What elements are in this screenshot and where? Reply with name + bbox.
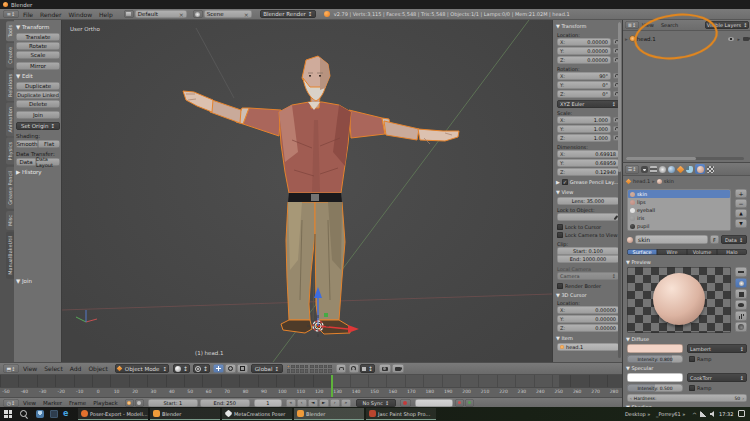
render-engine-select[interactable]: Blender Render↕ xyxy=(260,10,316,18)
tray-user-toolbar[interactable]: _Porrey61 » xyxy=(656,411,685,417)
volume-icon[interactable] xyxy=(710,411,714,417)
menu-view[interactable]: View xyxy=(23,400,36,406)
slot-down-button[interactable]: ▼ xyxy=(735,219,747,228)
action-center-icon[interactable] xyxy=(738,410,745,417)
panel-header-preview[interactable]: ▼ Preview xyxy=(626,259,651,265)
rotate-button[interactable]: Rotate xyxy=(16,42,60,50)
lock-camera-checkbox[interactable] xyxy=(557,232,563,238)
specular-shader-select[interactable]: CookTorr↕ xyxy=(687,373,747,382)
opengl-render-button[interactable] xyxy=(379,364,391,373)
selectability-cursor-icon[interactable]: ▸ xyxy=(737,36,740,42)
unlink-icon[interactable]: × xyxy=(179,11,184,18)
playhead[interactable] xyxy=(331,375,333,397)
number-field[interactable]: Z:0.00000 xyxy=(557,324,619,332)
frame-end-field[interactable]: End: 250 xyxy=(200,399,250,407)
sync-select[interactable]: No Sync↕ xyxy=(356,399,396,407)
preview-flat-button[interactable] xyxy=(735,267,747,277)
operator-panel-header[interactable]: ▼ Join xyxy=(16,278,32,284)
diffuse-intensity-slider[interactable]: Intensity: 0.800 xyxy=(627,355,683,363)
texture-tab-icon[interactable] xyxy=(707,166,714,173)
layers-widget[interactable] xyxy=(287,365,332,373)
duplicate-button[interactable]: Duplicate xyxy=(16,82,60,90)
specular-ramp-row[interactable]: Ramp xyxy=(689,385,711,391)
render-layers-tab-icon[interactable] xyxy=(650,166,657,173)
lock-origins-button[interactable] xyxy=(336,364,346,373)
timeline-ruler[interactable]: -50-40-30-20-100102030405060708090100110… xyxy=(0,387,622,397)
keying-set-field[interactable] xyxy=(415,399,453,407)
data-button[interactable]: Data xyxy=(16,158,36,166)
preview-cube-button[interactable] xyxy=(735,289,747,299)
shelf-tab-manualbakeutil[interactable]: ManualBakeUtil xyxy=(6,232,14,279)
shelf-tab-tools[interactable]: Tools xyxy=(6,21,14,41)
screen-layout-icon[interactable] xyxy=(124,10,134,18)
panel-header-transform[interactable]: ▼ Transform xyxy=(556,23,586,29)
duplicate-linked-button[interactable]: Duplicate Linked xyxy=(16,91,60,99)
render-tab-icon[interactable] xyxy=(641,166,648,173)
panel-header-diffuse[interactable]: ▼ Diffuse xyxy=(626,336,649,342)
number-field[interactable]: Z:1.000 xyxy=(557,134,611,142)
shelf-tab-grease-pencil[interactable]: Grease Pencil xyxy=(6,167,14,209)
clip-end-field[interactable]: End: 1000.000 xyxy=(557,255,619,263)
disclosure-icon[interactable]: ▸ xyxy=(625,36,628,42)
shade-smooth-button[interactable]: Smooth xyxy=(16,140,38,148)
panel-header-transform[interactable]: ▼ Transform xyxy=(16,24,49,30)
prev-keyframe-button[interactable]: ‹ xyxy=(297,399,307,407)
menu-file[interactable]: File xyxy=(23,11,33,18)
taskbar-app-button[interactable]: Blender xyxy=(150,408,220,420)
lock-camera-row[interactable]: Lock Camera to View xyxy=(557,232,618,238)
shade-flat-button[interactable]: Flat xyxy=(38,140,60,148)
manipulator-translate-button[interactable] xyxy=(213,364,224,373)
lock-to-cursor-row[interactable]: Lock to Cursor xyxy=(557,224,601,230)
tray-chevron-icon[interactable]: ^ xyxy=(692,411,697,418)
window-titlebar[interactable]: Blender xyxy=(0,0,750,9)
panel-header-item[interactable]: ▼ Item xyxy=(556,335,573,341)
panel-header-view[interactable]: ▼ View xyxy=(556,189,573,195)
render-border-checkbox[interactable] xyxy=(557,283,563,289)
outliner-scrollbar[interactable] xyxy=(626,157,744,160)
snap-element-select[interactable]: ↕ xyxy=(360,364,375,373)
pivot-point-select[interactable]: ↕ xyxy=(193,364,210,373)
delete-button[interactable]: Delete xyxy=(16,100,60,108)
transform-orientation-select[interactable]: Global↕ xyxy=(251,364,283,373)
n-panel-scrollbar[interactable] xyxy=(618,22,621,358)
next-keyframe-button[interactable]: › xyxy=(330,399,340,407)
data-layout-button[interactable]: Data Layout xyxy=(36,158,60,166)
scene-field[interactable]: Scene× xyxy=(204,10,252,18)
shelf-tab-animation[interactable]: Animation xyxy=(6,103,14,137)
menu-view[interactable]: View xyxy=(23,365,37,372)
panel-header-grease-pencil[interactable]: ▶ ✓ Grease Pencil Lay... xyxy=(556,179,618,185)
frame-start-field[interactable]: Start: 1 xyxy=(148,399,198,407)
material-tab-icon[interactable] xyxy=(695,164,705,174)
delete-key-icon[interactable] xyxy=(465,399,474,407)
number-field[interactable]: Z:0.12940 xyxy=(557,168,619,176)
remove-slot-button[interactable]: − xyxy=(735,199,747,208)
manipulator-scale-button[interactable] xyxy=(237,364,248,373)
viewport-3d[interactable]: User Ortho (1) head.1 xyxy=(62,20,552,362)
menu-select[interactable]: Select xyxy=(44,365,63,372)
menu-help[interactable]: Help xyxy=(99,11,113,18)
number-field[interactable]: Y:1.000 xyxy=(557,125,611,133)
shelf-tab-physics[interactable]: Physics xyxy=(6,138,14,165)
editor-type-icon[interactable]: ≡↕ xyxy=(3,10,19,18)
shelf-tab-create[interactable]: Create xyxy=(6,43,14,68)
network-icon[interactable] xyxy=(700,411,707,417)
mirror-button[interactable]: Mirror xyxy=(16,62,60,70)
menu-object[interactable]: Object xyxy=(88,365,108,372)
tray-desktop-toolbar[interactable]: Desktop » xyxy=(625,411,650,417)
scene-tab-icon[interactable] xyxy=(659,166,666,173)
join-button[interactable]: Join xyxy=(16,111,60,119)
scene-icon[interactable] xyxy=(193,10,203,18)
pinned-app-icon[interactable] xyxy=(50,410,58,418)
grease-pencil-checkbox[interactable]: ✓ xyxy=(562,179,568,185)
panel-header-3d-cursor[interactable]: ▼ 3D Cursor xyxy=(556,292,587,298)
set-origin-menu[interactable]: Set Origin↕ xyxy=(16,122,60,130)
autokey-icon[interactable] xyxy=(135,399,144,407)
editor-type-icon[interactable]: ☰↕ xyxy=(625,165,639,174)
number-field[interactable]: Y:0.00000 xyxy=(557,47,611,55)
diffuse-shader-select[interactable]: Lambert↕ xyxy=(687,344,747,353)
tab-wire[interactable]: Wire xyxy=(657,249,687,255)
specular-intensity-slider[interactable]: Intensity: 0.500 xyxy=(627,384,683,392)
material-slot-skin[interactable]: skin xyxy=(628,190,730,198)
screen-layout-field[interactable]: Default× xyxy=(135,10,187,18)
editor-type-icon[interactable]: ⬒↕ xyxy=(3,364,19,373)
